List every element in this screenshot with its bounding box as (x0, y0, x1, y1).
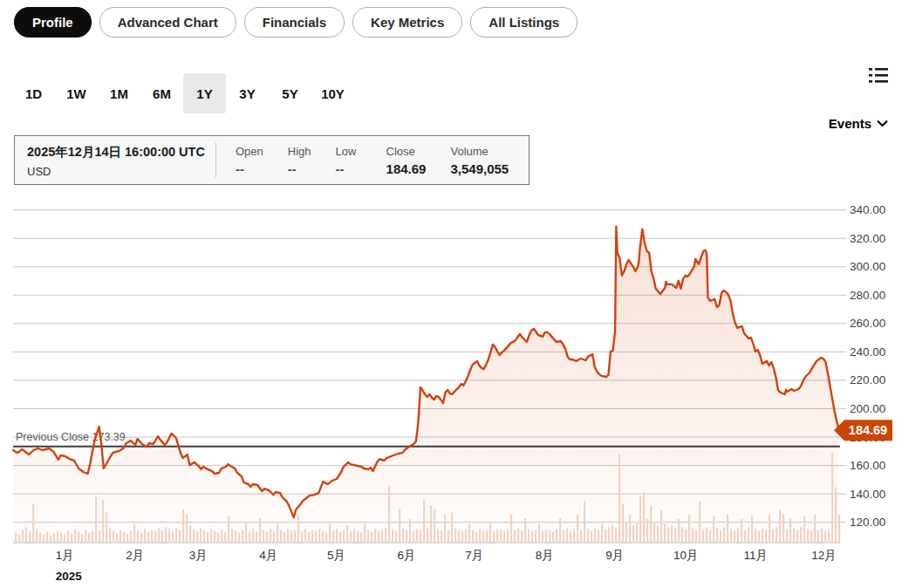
tab-advanced-chart[interactable]: Advanced Chart (99, 7, 236, 38)
range-1d[interactable]: 1D (12, 73, 55, 113)
quote-field-open: Open -- (236, 145, 263, 184)
tab-key-metrics[interactable]: Key Metrics (352, 7, 462, 38)
range-1m[interactable]: 1M (98, 73, 140, 113)
svg-text:2月: 2月 (126, 549, 144, 562)
svg-text:7月: 7月 (465, 549, 483, 562)
year-label: 2025 (56, 570, 83, 583)
range-10y[interactable]: 10Y (311, 73, 354, 113)
price-chart-svg[interactable]: 340.00320.00300.00280.00260.00240.00220.… (0, 201, 902, 588)
range-1y-selected[interactable]: 1Y (183, 73, 226, 113)
svg-text:3月: 3月 (189, 549, 208, 562)
quote-currency: USD (27, 165, 215, 178)
svg-text:9月: 9月 (605, 549, 624, 562)
quote-datetime: 2025年12月14日 16:00:00 UTC (27, 144, 215, 161)
price-chart-area[interactable]: 340.00320.00300.00280.00260.00240.00220.… (0, 201, 902, 588)
svg-text:160.00: 160.00 (850, 459, 885, 472)
list-menu-icon[interactable] (869, 67, 888, 84)
low-value: -- (336, 161, 362, 176)
close-value: 184.69 (386, 161, 427, 176)
quote-summary-box: 2025年12月14日 16:00:00 UTC USD Open -- Hig… (14, 135, 530, 185)
previous-close-label: Previous Close 173.39 (16, 431, 126, 443)
tab-profile[interactable]: Profile (14, 7, 92, 38)
svg-text:4月: 4月 (259, 549, 277, 562)
time-range-selector: 1D 1W 1M 6M 1Y 3Y 5Y 10Y (12, 73, 354, 113)
svg-text:8月: 8月 (536, 549, 554, 562)
range-1w[interactable]: 1W (55, 73, 98, 113)
svg-text:6月: 6月 (397, 549, 415, 562)
range-6m[interactable]: 6M (140, 73, 183, 113)
volume-value: 3,549,055 (450, 161, 509, 176)
stock-profile-page: Profile Advanced Chart Financials Key Me… (0, 0, 902, 588)
svg-text:280.00: 280.00 (850, 289, 885, 302)
svg-text:12月: 12月 (811, 549, 837, 562)
open-value: -- (236, 161, 263, 176)
quote-field-low: Low -- (336, 145, 362, 184)
svg-text:320.00: 320.00 (850, 232, 885, 245)
tab-all-listings[interactable]: All Listings (470, 7, 577, 38)
svg-text:10月: 10月 (673, 549, 699, 562)
events-dropdown[interactable]: Events (829, 116, 888, 131)
range-3y[interactable]: 3Y (226, 73, 269, 113)
high-value: -- (288, 161, 311, 176)
close-label: Close (386, 145, 427, 158)
svg-text:140.00: 140.00 (850, 488, 885, 501)
svg-text:240.00: 240.00 (850, 345, 885, 359)
low-label: Low (336, 145, 362, 158)
quote-field-volume: Volume 3,549,055 (450, 145, 509, 184)
svg-text:300.00: 300.00 (850, 260, 885, 273)
quote-fields: Open -- High -- Low -- Close 184.69 Volu… (216, 136, 509, 184)
svg-text:5月: 5月 (327, 549, 345, 562)
top-tab-bar: Profile Advanced Chart Financials Key Me… (14, 7, 577, 38)
high-label: High (288, 145, 311, 158)
range-5y[interactable]: 5Y (269, 73, 311, 113)
chevron-down-icon (877, 120, 888, 127)
svg-text:220.00: 220.00 (850, 373, 885, 386)
events-label: Events (829, 116, 871, 131)
volume-label: Volume (450, 145, 509, 158)
last-price-badge-text: 184.69 (849, 423, 887, 437)
y-axis-labels: 340.00320.00300.00280.00260.00240.00220.… (850, 203, 885, 529)
x-axis-labels: 1月2月3月4月5月6月7月8月9月10月11月12月2025 (56, 549, 837, 583)
quote-field-close: Close 184.69 (386, 145, 427, 184)
tab-financials[interactable]: Financials (244, 7, 345, 38)
open-label: Open (236, 145, 263, 158)
svg-text:340.00: 340.00 (850, 203, 885, 216)
svg-text:200.00: 200.00 (850, 402, 885, 415)
svg-text:11月: 11月 (743, 549, 768, 562)
quote-field-high: High -- (288, 145, 311, 184)
price-area-fill (13, 227, 839, 542)
quote-datetime-block: 2025年12月14日 16:00:00 UTC USD (15, 136, 215, 184)
svg-text:1月: 1月 (56, 549, 74, 562)
svg-text:120.00: 120.00 (850, 516, 885, 529)
svg-text:260.00: 260.00 (850, 317, 885, 330)
